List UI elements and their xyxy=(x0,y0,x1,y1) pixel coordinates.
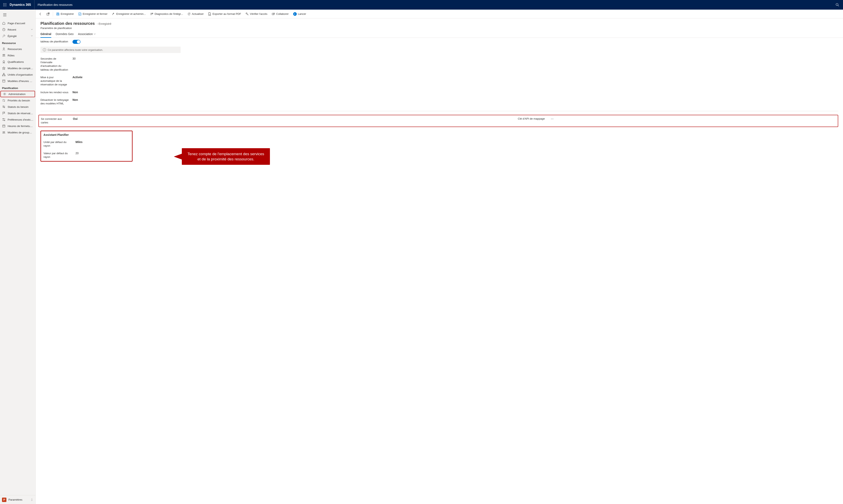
pdf-icon xyxy=(208,13,211,16)
field-label: Secondes de l'intervalle d'actualisation… xyxy=(40,57,72,72)
sidebar-item-administration[interactable]: Administration xyxy=(0,91,35,97)
sidebar-item-label: Qualifications xyxy=(7,60,33,64)
search-icon[interactable] xyxy=(833,0,841,10)
sidebar-item-hour-templates[interactable]: Modèles d'heures de... xyxy=(0,78,35,84)
form-body[interactable]: tableau de planification i Ce paramètre … xyxy=(36,38,843,504)
brand-title[interactable]: Dynamics 365 xyxy=(10,3,31,6)
app-launcher-icon[interactable] xyxy=(2,2,8,8)
pin-icon xyxy=(2,34,5,38)
field-enable-new-board: tableau de planification xyxy=(40,38,229,46)
sidebar-item-label: Modèles d'heures de... xyxy=(7,79,33,83)
hamburger-icon[interactable] xyxy=(1,11,9,18)
tab-label: Général xyxy=(40,32,51,36)
sidebar-item-home[interactable]: Page d'accueil xyxy=(0,20,35,26)
save-icon xyxy=(56,13,59,16)
sidebar-item-competency-models[interactable]: Modèles de compét... xyxy=(0,65,35,71)
info-banner: i Ce paramètre affectera toute votre org… xyxy=(40,47,180,53)
svg-point-18 xyxy=(3,60,5,62)
annotation-callout: Tenez compte de l'emplacement des servic… xyxy=(182,148,270,165)
field-label: Inclure les rendez-vous xyxy=(40,91,72,94)
flag-icon xyxy=(2,111,5,115)
tab-association[interactable]: Association xyxy=(78,32,96,38)
collab-icon xyxy=(272,13,275,16)
svg-point-24 xyxy=(4,94,5,95)
field-value[interactable]: 20 xyxy=(75,151,79,155)
popout-button[interactable] xyxy=(45,11,52,18)
sidebar-item-recent[interactable]: Récent xyxy=(0,26,35,33)
save-close-button[interactable]: Enregistrer et fermer xyxy=(76,11,109,18)
save-route-button[interactable]: Enregistrer et achemin... xyxy=(110,11,148,18)
tab-label: Données Geo xyxy=(56,32,73,36)
sidebar-item-label: Statuts de réservation xyxy=(7,112,33,115)
field-refresh-seconds: Secondes de l'intervalle d'actualisation… xyxy=(40,55,229,74)
info-text: Ce paramètre affectera toute votre organ… xyxy=(48,49,103,51)
svg-rect-21 xyxy=(4,75,5,76)
chevron-down-icon xyxy=(94,32,96,36)
field-disable-html: Désactiver le nettoyage des modèles HTML… xyxy=(40,96,229,107)
launch-button[interactable]: ▸Lancer xyxy=(291,11,308,18)
field-value[interactable]: Non xyxy=(72,98,78,102)
roles-icon xyxy=(2,54,5,57)
sidebar-item-label: Unités d'organisation xyxy=(7,73,33,76)
save-close-icon xyxy=(78,13,82,16)
sidebar-item-closing-hours[interactable]: Heures de fermeture... xyxy=(0,123,35,129)
svg-point-33 xyxy=(3,131,4,132)
svg-rect-20 xyxy=(2,75,3,76)
callout-text: Tenez compte de l'emplacement des servic… xyxy=(182,148,270,165)
integration-diag-button[interactable]: Diagnostics de l'intégr... xyxy=(148,11,185,18)
svg-rect-29 xyxy=(3,125,5,127)
sidebar-item-org-units[interactable]: Unités d'organisation xyxy=(0,71,35,78)
sidebar-item-need-status[interactable]: Statuts du besoin xyxy=(0,104,35,110)
field-radius-value: Valeur par défaut du rayon 20 xyxy=(44,149,130,159)
svg-point-28 xyxy=(4,120,5,121)
info-icon: i xyxy=(43,48,46,51)
sidebar-item-label: Modèles de groupe ... xyxy=(7,131,33,134)
sidebar-item-label: Modèles de compét... xyxy=(7,67,33,70)
key-icon xyxy=(245,13,249,16)
tab-general[interactable]: Général xyxy=(40,32,51,38)
field-value[interactable]: 30 xyxy=(72,57,76,60)
page-header: Planification des ressources - Enregistr… xyxy=(36,18,843,30)
sidebar-item-exec-preferences[interactable]: Préférences d'exécut... xyxy=(0,116,35,123)
field-value[interactable]: Miles xyxy=(75,140,83,144)
tab-geo[interactable]: Données Geo xyxy=(56,32,73,38)
sidebar-area-switcher[interactable]: P Paramètres xyxy=(0,495,35,504)
brand-area[interactable]: Planification des ressources xyxy=(34,0,72,10)
field-value[interactable]: Activée xyxy=(72,76,83,79)
sidebar-item-need-priorities[interactable]: Priorités du besoin xyxy=(0,97,35,104)
arrow-left-icon xyxy=(39,13,42,16)
sidebar-item-group-models[interactable]: Modèles de groupe ... xyxy=(0,129,35,136)
sidebar-item-reservation-status[interactable]: Statuts de réservation xyxy=(0,110,35,116)
sidebar-item-resources[interactable]: Ressources xyxy=(0,46,35,52)
field-auto-update: Mise à jour automatique de la réservatio… xyxy=(40,74,229,89)
export-pdf-button[interactable]: Exporter au format PDF xyxy=(206,11,243,18)
popout-icon xyxy=(47,13,50,16)
svg-point-0 xyxy=(3,3,4,4)
field-label: Se connecter aux cartes xyxy=(41,117,73,124)
sidebar-item-roles[interactable]: Rôles xyxy=(0,52,35,59)
save-button[interactable]: Enregistrer xyxy=(54,11,76,18)
toggle-switch[interactable] xyxy=(72,40,81,44)
svg-point-1 xyxy=(5,3,5,4)
field-value xyxy=(72,40,81,44)
sidebar-item-label: Rôles xyxy=(7,54,33,57)
home-icon xyxy=(2,21,5,25)
back-button[interactable] xyxy=(37,11,44,18)
area-label: Paramètres xyxy=(8,498,22,501)
sidebar-item-qualifications[interactable]: Qualifications xyxy=(0,59,35,65)
refresh-button[interactable]: Actualiser xyxy=(185,11,206,18)
field-value[interactable]: --- xyxy=(551,117,554,121)
svg-point-7 xyxy=(5,6,5,6)
sidebar-item-label: Récent xyxy=(7,28,31,31)
svg-point-34 xyxy=(4,131,5,132)
field-value[interactable]: Non xyxy=(72,91,78,94)
collaborate-button[interactable]: Collaborer xyxy=(270,11,291,18)
field-value[interactable]: Oui xyxy=(73,117,78,121)
chevron-down-icon xyxy=(31,35,33,37)
check-access-button[interactable]: Vérifier l'accès xyxy=(243,11,269,18)
sidebar-group-resource: Ressource xyxy=(0,39,35,46)
sidebar-item-pinned[interactable]: Épinglé xyxy=(0,33,35,39)
field-label: Désactiver le nettoyage des modèles HTML xyxy=(40,98,72,105)
calendar-icon xyxy=(2,124,5,128)
highlight-maps-section: Se connecter aux cartes Oui Clé d'API de… xyxy=(38,115,838,127)
